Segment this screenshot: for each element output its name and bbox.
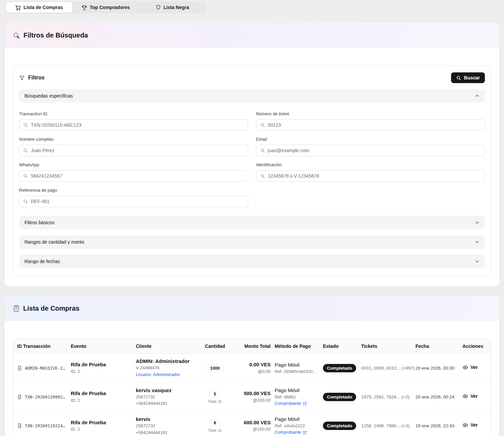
field-label: Nombre completo bbox=[19, 137, 248, 142]
tickets-cell: 1258, 1498, 7986... (+3) bbox=[361, 423, 411, 428]
accordion-busquedas-especificas[interactable]: Búsquedas específicas bbox=[19, 89, 485, 103]
col-cantidad: Cantidad bbox=[205, 344, 225, 349]
status-cell: Completado bbox=[323, 364, 357, 372]
search-icon bbox=[23, 199, 28, 204]
chevron-down-icon bbox=[475, 259, 480, 264]
view-button-label: Ver bbox=[470, 422, 478, 428]
payment-reference-input[interactable] bbox=[19, 196, 248, 207]
table-header-row: ID Transacción Evento Cliente Cantidad M… bbox=[13, 339, 491, 354]
purchases-card-body: ID Transacción Evento Cliente Cantidad M… bbox=[5, 321, 499, 436]
search-icon bbox=[260, 148, 265, 153]
table-row: TXN-20260119224… Rifa de Prueba ID: 2 ke… bbox=[13, 412, 491, 436]
col-fecha: Fecha bbox=[415, 344, 458, 349]
col-cliente: Cliente bbox=[136, 344, 199, 349]
whatsapp-input[interactable] bbox=[19, 170, 248, 182]
tab-lista-de-compras[interactable]: Lista de Compras bbox=[6, 2, 72, 13]
accordion-label: Rango de fechas bbox=[24, 259, 60, 264]
quantity-badge: 1000 bbox=[206, 364, 224, 372]
filters-panel-head: Filtros Buscar bbox=[19, 72, 485, 83]
payment-cell: Pago Móvil Ref: dfdfb1 Comprobante bbox=[275, 387, 319, 407]
quantity-badge: 5 bbox=[209, 390, 220, 398]
view-button[interactable]: Ver bbox=[462, 365, 478, 370]
tab-top-compradores[interactable]: Top Compradores bbox=[72, 2, 139, 13]
search-icon bbox=[23, 148, 28, 153]
payment-cell: Pago Móvil Ref: sdsds2222 Comprobante bbox=[275, 416, 319, 436]
search-icon bbox=[260, 174, 265, 178]
table-row: TXN-20260120002… Rifa de Prueba ID: 2 ke… bbox=[13, 383, 491, 412]
filters-panel-title: Filtros bbox=[19, 75, 45, 81]
receipt-link[interactable]: Comprobante bbox=[275, 429, 307, 436]
search-icon bbox=[23, 123, 28, 127]
actions-cell: Ver bbox=[462, 365, 483, 372]
identification-input[interactable] bbox=[256, 170, 485, 182]
accordion-label: Búsquedas específicas bbox=[24, 93, 73, 99]
table-row: ADMIN-MASSIVE-2… Rifa de Prueba ID: 2 AD… bbox=[13, 354, 491, 383]
clipboard-icon bbox=[13, 305, 20, 312]
tab-lista-negra[interactable]: Lista Negra bbox=[139, 2, 206, 13]
view-button-label: Ver bbox=[470, 393, 478, 399]
field-transaction-id: Transaction ID bbox=[19, 111, 248, 131]
quantity-cell: 6 Total: 11 bbox=[208, 419, 222, 432]
purchases-card-title: Lista de Compras bbox=[23, 305, 79, 312]
view-button-label: Ver bbox=[470, 365, 478, 370]
field-label: Transaction ID bbox=[19, 111, 248, 116]
purchases-card-header: Lista de Compras bbox=[5, 296, 499, 321]
date-cell: 19 ene 2026, 22:43 bbox=[415, 423, 458, 428]
status-cell: Completado bbox=[323, 393, 357, 401]
filters-panel: Filtros Buscar Búsquedas específicas Tra… bbox=[13, 65, 491, 276]
search-icon bbox=[456, 75, 461, 80]
accordion-rangos-cantidad-monto[interactable]: Rangos de cantidad y monto bbox=[19, 235, 485, 249]
view-button[interactable]: Ver bbox=[462, 422, 478, 428]
amount-cell: 600.00 VES @100.00 bbox=[244, 419, 271, 433]
field-identification: Identificación bbox=[256, 162, 485, 182]
accordion-filtros-basicos[interactable]: Filtros básicos bbox=[19, 216, 485, 229]
file-icon bbox=[17, 394, 22, 399]
view-button[interactable]: Ver bbox=[462, 393, 478, 399]
event-cell: Rifa de Prueba ID: 2 bbox=[71, 419, 132, 433]
accordion-rango-de-fechas[interactable]: Rango de fechas bbox=[19, 255, 485, 268]
field-label: Email bbox=[256, 137, 485, 142]
external-link-icon bbox=[303, 401, 307, 406]
receipt-link[interactable]: Comprobante bbox=[275, 400, 307, 407]
accordion-label: Filtros básicos bbox=[24, 220, 54, 225]
search-button-label: Buscar bbox=[464, 75, 480, 80]
full-name-input[interactable] bbox=[19, 145, 248, 156]
search-icon bbox=[23, 174, 28, 178]
payment-cell: Pago Móvil Ref: ADMIN-MASSI... bbox=[275, 361, 319, 375]
eye-icon bbox=[462, 365, 468, 370]
funnel-icon bbox=[19, 75, 25, 81]
amount-cell: 500.00 VES @100.00 bbox=[244, 390, 271, 403]
col-monto-total: Monto Total bbox=[244, 344, 271, 349]
eye-icon bbox=[462, 422, 468, 428]
receipt-link-label: Comprobante bbox=[275, 400, 301, 407]
field-label: Identificación bbox=[256, 162, 485, 167]
eye-icon bbox=[462, 393, 468, 399]
filters-card-header: Filtros de Búsqueda bbox=[5, 23, 499, 48]
transaction-id-input[interactable] bbox=[19, 119, 248, 131]
email-input[interactable] bbox=[256, 145, 485, 156]
status-badge: Completado bbox=[323, 393, 356, 401]
tab-label: Top Compradores bbox=[90, 5, 130, 10]
search-button[interactable]: Buscar bbox=[451, 72, 485, 83]
col-id-transaccion: ID Transacción bbox=[17, 344, 67, 349]
file-icon bbox=[17, 423, 22, 428]
purchases-table: ID Transacción Evento Cliente Cantidad M… bbox=[13, 338, 491, 436]
field-whatsapp: WhatsApp bbox=[19, 162, 248, 182]
ticket-number-input[interactable] bbox=[256, 119, 485, 131]
cart-icon bbox=[15, 5, 21, 10]
status-cell: Completado bbox=[323, 422, 357, 430]
filters-card: Filtros de Búsqueda Filtros Buscar bbox=[5, 23, 499, 287]
event-cell: Rifa de Prueba ID: 2 bbox=[71, 361, 132, 375]
tickets-cell: 0001, 0009, 0010... (+997) bbox=[361, 366, 411, 371]
filters-panel-title-text: Filtros bbox=[28, 75, 45, 81]
quantity-cell: 5 Total: 11 bbox=[208, 390, 222, 403]
receipt-link-label: Comprobante bbox=[275, 429, 301, 436]
transaction-id-cell: ADMIN-MASSIVE-2… bbox=[17, 366, 67, 371]
field-ticket-number: Número de ticket bbox=[256, 111, 485, 131]
accordion-label: Rangos de cantidad y monto bbox=[24, 239, 84, 245]
client-cell: ADMIN: Administrador V-24466476 Usuario:… bbox=[136, 358, 199, 378]
amount-cell: 0.00 VES @0.00 bbox=[249, 361, 271, 375]
field-payment-reference: Referencia de pago bbox=[19, 188, 248, 207]
top-tabbar: Lista de Compras Top Compradores Lista N… bbox=[5, 1, 206, 13]
client-user-link[interactable]: Usuario: Administrador bbox=[136, 371, 180, 378]
